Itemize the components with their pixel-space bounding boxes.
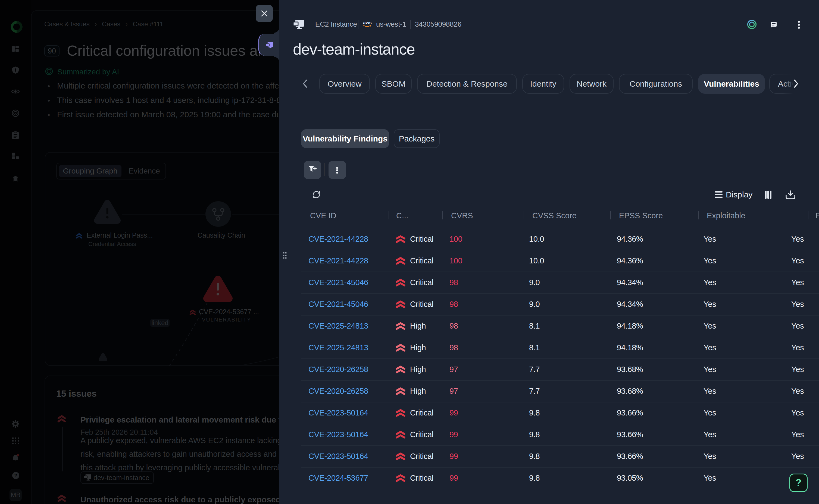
svg-text:aws: aws — [363, 20, 372, 25]
